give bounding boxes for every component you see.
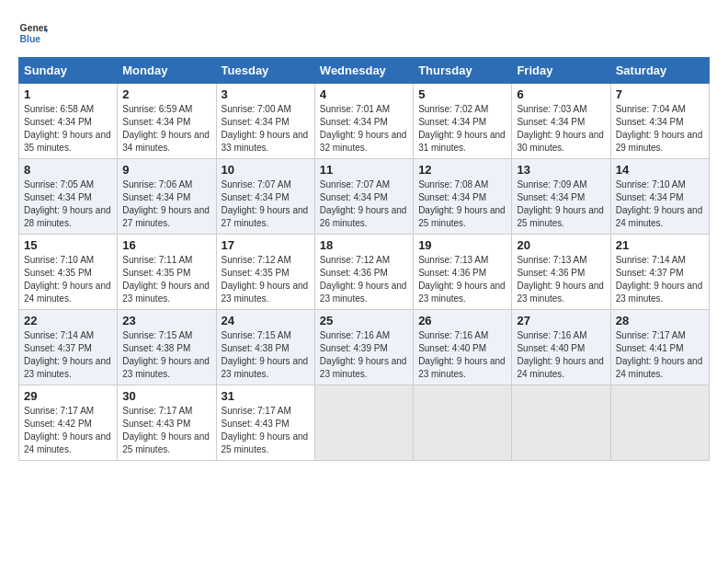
day-info: Sunrise: 7:10 AMSunset: 4:35 PMDaylight:… (24, 254, 112, 305)
day-info: Sunrise: 7:08 AMSunset: 4:34 PMDaylight:… (418, 178, 506, 230)
day-number: 16 (122, 238, 210, 252)
day-number: 4 (320, 87, 408, 101)
day-info: Sunrise: 6:58 AMSunset: 4:34 PMDaylight:… (24, 103, 112, 155)
day-info: Sunrise: 7:00 AMSunset: 4:34 PMDaylight:… (222, 103, 310, 155)
logo: General Blue (18, 18, 48, 48)
day-number: 28 (616, 314, 704, 327)
day-info: Sunrise: 7:10 AMSunset: 4:34 PMDaylight:… (616, 178, 704, 230)
day-info: Sunrise: 7:17 AMSunset: 4:42 PMDaylight:… (24, 405, 112, 456)
header-sunday: Sunday (19, 58, 118, 84)
calendar-table: SundayMondayTuesdayWednesdayThursdayFrid… (18, 57, 710, 461)
calendar-day-cell: 3Sunrise: 7:00 AMSunset: 4:34 PMDaylight… (216, 84, 314, 159)
day-info: Sunrise: 7:14 AMSunset: 4:37 PMDaylight:… (24, 329, 112, 381)
calendar-day-cell: 22Sunrise: 7:14 AMSunset: 4:37 PMDayligh… (19, 310, 118, 385)
svg-text:General: General (20, 23, 48, 33)
day-number: 2 (122, 87, 210, 101)
calendar-day-cell: 5Sunrise: 7:02 AMSunset: 4:34 PMDaylight… (414, 84, 512, 159)
day-number: 19 (418, 238, 506, 252)
day-number: 6 (517, 87, 605, 101)
header-saturday: Saturday (610, 58, 709, 84)
day-info: Sunrise: 6:59 AMSunset: 4:34 PMDaylight:… (122, 103, 210, 155)
calendar-day-cell: 6Sunrise: 7:03 AMSunset: 4:34 PMDaylight… (512, 84, 610, 159)
day-number: 15 (24, 238, 112, 252)
day-number: 26 (418, 314, 506, 327)
calendar-day-cell: 20Sunrise: 7:13 AMSunset: 4:36 PMDayligh… (512, 235, 610, 310)
day-info: Sunrise: 7:12 AMSunset: 4:35 PMDaylight:… (222, 254, 310, 305)
header-wednesday: Wednesday (314, 58, 413, 84)
calendar-day-cell: 16Sunrise: 7:11 AMSunset: 4:35 PMDayligh… (118, 235, 216, 310)
day-number: 24 (222, 314, 310, 327)
day-info: Sunrise: 7:16 AMSunset: 4:39 PMDaylight:… (320, 329, 408, 381)
svg-text:Blue: Blue (20, 34, 41, 44)
calendar-day-cell: 27Sunrise: 7:16 AMSunset: 4:40 PMDayligh… (512, 310, 610, 385)
day-number: 27 (517, 314, 605, 327)
calendar-day-cell: 4Sunrise: 7:01 AMSunset: 4:34 PMDaylight… (314, 84, 413, 159)
calendar-day-cell: 9Sunrise: 7:06 AMSunset: 4:34 PMDaylight… (118, 159, 216, 235)
day-info: Sunrise: 7:16 AMSunset: 4:40 PMDaylight:… (517, 329, 605, 381)
day-number: 23 (122, 314, 210, 327)
calendar-day-cell (512, 385, 610, 461)
calendar-day-cell: 28Sunrise: 7:17 AMSunset: 4:41 PMDayligh… (610, 310, 709, 385)
weekday-header-row: SundayMondayTuesdayWednesdayThursdayFrid… (19, 58, 710, 84)
day-number: 9 (122, 163, 210, 177)
day-number: 21 (616, 238, 704, 252)
calendar-day-cell (314, 385, 413, 461)
day-info: Sunrise: 7:13 AMSunset: 4:36 PMDaylight:… (418, 254, 506, 305)
day-info: Sunrise: 7:06 AMSunset: 4:34 PMDaylight:… (122, 178, 210, 230)
week-row-2: 8Sunrise: 7:05 AMSunset: 4:34 PMDaylight… (19, 159, 710, 235)
day-info: Sunrise: 7:11 AMSunset: 4:35 PMDaylight:… (122, 254, 210, 305)
day-info: Sunrise: 7:03 AMSunset: 4:34 PMDaylight:… (517, 103, 605, 155)
day-info: Sunrise: 7:12 AMSunset: 4:36 PMDaylight:… (320, 254, 408, 305)
header-monday: Monday (118, 58, 216, 84)
day-number: 5 (418, 87, 506, 101)
day-info: Sunrise: 7:15 AMSunset: 4:38 PMDaylight:… (222, 329, 310, 381)
calendar-day-cell: 12Sunrise: 7:08 AMSunset: 4:34 PMDayligh… (414, 159, 512, 235)
day-info: Sunrise: 7:14 AMSunset: 4:37 PMDaylight:… (616, 254, 704, 305)
day-info: Sunrise: 7:09 AMSunset: 4:34 PMDaylight:… (517, 178, 605, 230)
day-info: Sunrise: 7:07 AMSunset: 4:34 PMDaylight:… (222, 178, 310, 230)
calendar-day-cell: 26Sunrise: 7:16 AMSunset: 4:40 PMDayligh… (414, 310, 512, 385)
day-info: Sunrise: 7:17 AMSunset: 4:43 PMDaylight:… (222, 405, 310, 456)
day-info: Sunrise: 7:01 AMSunset: 4:34 PMDaylight:… (320, 103, 408, 155)
calendar-day-cell: 17Sunrise: 7:12 AMSunset: 4:35 PMDayligh… (216, 235, 314, 310)
calendar-day-cell (610, 385, 709, 461)
day-info: Sunrise: 7:15 AMSunset: 4:38 PMDaylight:… (122, 329, 210, 381)
day-number: 10 (222, 163, 310, 177)
calendar-day-cell: 25Sunrise: 7:16 AMSunset: 4:39 PMDayligh… (314, 310, 413, 385)
calendar-day-cell: 2Sunrise: 6:59 AMSunset: 4:34 PMDaylight… (118, 84, 216, 159)
day-number: 7 (616, 87, 704, 101)
day-number: 31 (222, 389, 310, 403)
header-tuesday: Tuesday (216, 58, 314, 84)
calendar-day-cell: 13Sunrise: 7:09 AMSunset: 4:34 PMDayligh… (512, 159, 610, 235)
calendar-day-cell: 19Sunrise: 7:13 AMSunset: 4:36 PMDayligh… (414, 235, 512, 310)
logo-icon: General Blue (18, 18, 48, 48)
calendar-day-cell: 10Sunrise: 7:07 AMSunset: 4:34 PMDayligh… (216, 159, 314, 235)
day-info: Sunrise: 7:07 AMSunset: 4:34 PMDaylight:… (320, 178, 408, 230)
calendar-header: General Blue (18, 18, 710, 48)
calendar-day-cell: 14Sunrise: 7:10 AMSunset: 4:34 PMDayligh… (610, 159, 709, 235)
calendar-day-cell: 21Sunrise: 7:14 AMSunset: 4:37 PMDayligh… (610, 235, 709, 310)
day-info: Sunrise: 7:05 AMSunset: 4:34 PMDaylight:… (24, 178, 112, 230)
day-info: Sunrise: 7:17 AMSunset: 4:41 PMDaylight:… (616, 329, 704, 381)
day-number: 12 (418, 163, 506, 177)
day-number: 3 (222, 87, 310, 101)
calendar-day-cell (414, 385, 512, 461)
day-info: Sunrise: 7:02 AMSunset: 4:34 PMDaylight:… (418, 103, 506, 155)
calendar-day-cell: 11Sunrise: 7:07 AMSunset: 4:34 PMDayligh… (314, 159, 413, 235)
calendar-day-cell: 23Sunrise: 7:15 AMSunset: 4:38 PMDayligh… (118, 310, 216, 385)
calendar-day-cell: 1Sunrise: 6:58 AMSunset: 4:34 PMDaylight… (19, 84, 118, 159)
calendar-day-cell: 8Sunrise: 7:05 AMSunset: 4:34 PMDaylight… (19, 159, 118, 235)
day-number: 17 (222, 238, 310, 252)
day-number: 1 (24, 87, 112, 101)
calendar-day-cell: 7Sunrise: 7:04 AMSunset: 4:34 PMDaylight… (610, 84, 709, 159)
day-number: 20 (517, 238, 605, 252)
day-info: Sunrise: 7:13 AMSunset: 4:36 PMDaylight:… (517, 254, 605, 305)
calendar-day-cell: 15Sunrise: 7:10 AMSunset: 4:35 PMDayligh… (19, 235, 118, 310)
calendar-day-cell: 18Sunrise: 7:12 AMSunset: 4:36 PMDayligh… (314, 235, 413, 310)
day-number: 22 (24, 314, 112, 327)
week-row-5: 29Sunrise: 7:17 AMSunset: 4:42 PMDayligh… (19, 385, 710, 461)
week-row-4: 22Sunrise: 7:14 AMSunset: 4:37 PMDayligh… (19, 310, 710, 385)
header-thursday: Thursday (414, 58, 512, 84)
day-info: Sunrise: 7:04 AMSunset: 4:34 PMDaylight:… (616, 103, 704, 155)
week-row-3: 15Sunrise: 7:10 AMSunset: 4:35 PMDayligh… (19, 235, 710, 310)
